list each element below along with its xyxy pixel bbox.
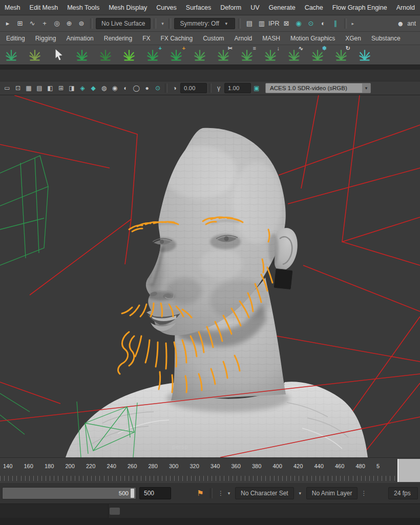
menu-item[interactable]: Mesh Tools (62, 4, 104, 11)
earring[interactable] (274, 268, 293, 289)
symmetry-field[interactable]: Symmetry: Off ▾ (174, 18, 235, 29)
current-time-marker[interactable] (397, 459, 420, 482)
xgen-groom-icon[interactable] (97, 47, 114, 63)
menu-item[interactable]: Mesh Display (104, 4, 152, 11)
xgen-freeze-icon[interactable]: ❄ (309, 47, 326, 63)
textured-mode-icon[interactable]: ◆ (88, 83, 98, 93)
animation-end-field[interactable]: 500 (139, 487, 171, 499)
hypershade-icon[interactable]: ◉ (293, 18, 304, 29)
shelf-tab[interactable]: XGen (340, 33, 366, 44)
lookdev-icon[interactable]: ◐ (318, 18, 329, 29)
snap-view-plane-icon[interactable]: ◎ (51, 18, 62, 29)
render-frame-icon[interactable]: ▥ (256, 18, 267, 29)
range-end-handle[interactable] (131, 489, 134, 498)
field-chart-icon[interactable]: ◨ (67, 83, 77, 93)
command-input[interactable] (0, 504, 109, 518)
shelf-tab[interactable]: Animation (61, 33, 98, 44)
shelf-tab[interactable]: Custom (198, 33, 229, 44)
motion-blur-icon[interactable]: ● (142, 83, 152, 93)
wireframe-on-shaded-icon[interactable]: ◍ (99, 83, 109, 93)
ambient-occlusion-icon[interactable]: ◯ (131, 83, 141, 93)
snap-grid-icon[interactable]: ⊞ (14, 18, 26, 29)
viewport-canvas[interactable] (0, 95, 420, 457)
menu-item[interactable]: Generate (264, 4, 300, 11)
render-setup-icon[interactable]: ⊙ (305, 18, 317, 29)
time-slider[interactable]: 1401601802002202402602803003203403603804… (0, 457, 420, 483)
menu-item[interactable]: Deform (216, 4, 246, 11)
make-live-icon[interactable]: ⊚ (76, 18, 87, 29)
xgen-sculpt-guides-icon[interactable]: + (168, 47, 184, 63)
xgen-density-icon[interactable]: ≡ (239, 47, 255, 63)
bookmark-flag-icon[interactable]: ⚑ (196, 489, 205, 498)
menu-item[interactable]: Edit Mesh (25, 4, 63, 11)
color-management-icon[interactable]: ▣ (251, 83, 262, 93)
render-view-icon[interactable]: ▤ (244, 18, 255, 29)
shelf-tab[interactable]: Rigging (30, 33, 61, 44)
ipr-render-icon[interactable]: IPR (268, 18, 280, 29)
shadows-icon[interactable]: ◐ (120, 83, 131, 93)
xgen-cut-icon[interactable]: ✂ (215, 47, 232, 63)
toolbox-collapse-icon[interactable]: ▸ (2, 18, 13, 29)
maya-window: MeshEdit MeshMesh ToolsMesh DisplayCurve… (0, 0, 420, 525)
character-set-dropdown[interactable]: No Character Set (235, 487, 294, 499)
gate-mask-icon[interactable]: ⊞ (56, 83, 66, 93)
colorspace-dropdown[interactable]: ACES 1.0 SDR-video (sRGB) ▾ (265, 83, 371, 93)
shelf-tab[interactable]: Rendering (99, 33, 137, 44)
xgen-preview-icon[interactable] (356, 47, 373, 63)
render-settings-icon[interactable]: ⊠ (281, 18, 292, 29)
menu-item[interactable]: UV (246, 4, 264, 11)
menu-item[interactable]: Curves (152, 4, 181, 11)
shelf-tab[interactable]: FX (137, 33, 155, 44)
character-set-dropdown-icon[interactable]: ▾ (226, 491, 232, 496)
menu-item[interactable]: Cache (300, 4, 328, 11)
use-all-lights-icon[interactable]: ◉ (110, 83, 120, 93)
xgen-comb-icon[interactable] (192, 47, 208, 63)
shelf-tab[interactable]: Editing (1, 33, 30, 44)
user-account-chip[interactable]: ☻ ant (395, 19, 418, 28)
tool-options-dropdown-icon[interactable]: ▾ (159, 21, 165, 26)
exposure-field[interactable]: 0.00 (180, 83, 207, 93)
shading-mode-icon[interactable]: ◈ (77, 83, 88, 93)
command-line[interactable] (0, 503, 420, 518)
xgen-add-guide-icon[interactable]: + (144, 47, 161, 63)
snap-curve-icon[interactable]: ∿ (27, 18, 38, 29)
perspective-viewport[interactable]: persp (0, 95, 420, 457)
snap-center-icon[interactable]: ⊕ (64, 18, 75, 29)
expand-icon[interactable]: ▸ (350, 21, 356, 26)
snap-point-icon[interactable]: + (39, 18, 50, 29)
grid-icon[interactable]: ▦ (24, 83, 34, 93)
xgen-open-editor-icon[interactable] (3, 47, 19, 63)
menu-item[interactable]: Flow Graph Engine (328, 4, 392, 11)
gamma-icon[interactable]: γ (214, 83, 224, 93)
xgen-orient-icon[interactable]: ↻ (333, 47, 349, 63)
shelf-tab[interactable]: Motion Graphics (285, 33, 340, 44)
menu-item[interactable]: Arnold (392, 4, 419, 11)
shelf-tab[interactable]: Substance (366, 33, 406, 44)
shelf-tab[interactable]: FX Caching (156, 33, 198, 44)
fps-dropdown[interactable]: 24 fps (388, 487, 418, 499)
xgen-convert-icon[interactable] (27, 47, 43, 63)
menu-item[interactable]: Surfaces (181, 4, 216, 11)
anim-layer-dropdown[interactable]: No Anim Layer (306, 487, 358, 499)
pause-viewport-icon[interactable]: ∥ (330, 18, 341, 29)
anim-layer-dropdown-icon[interactable]: ▾ (297, 491, 303, 496)
xgen-create-description-icon[interactable] (121, 47, 137, 63)
gamma-field[interactable]: 1.00 (224, 83, 251, 93)
xgen-length-icon[interactable]: ↓ (262, 47, 279, 63)
command-line-handle[interactable] (110, 508, 120, 515)
xgen-noise-icon[interactable]: ∿ (286, 47, 302, 63)
exposure-icon[interactable]: ◑ (170, 83, 180, 93)
resolution-gate-icon[interactable]: ◧ (45, 83, 55, 93)
xgen-guides-icon[interactable] (74, 47, 90, 63)
live-surface-field[interactable]: No Live Surface (96, 18, 151, 29)
selection-cursor-icon[interactable] (50, 47, 67, 63)
shelf-tab[interactable]: MASH (257, 33, 285, 44)
shelf-tab[interactable]: Arnold (229, 33, 258, 44)
pane-divider[interactable] (0, 65, 420, 70)
select-camera-icon[interactable]: ▭ (2, 83, 12, 93)
menu-item[interactable]: Mesh (0, 4, 25, 11)
playback-range-slider[interactable]: 500 (2, 487, 136, 499)
film-gate-icon[interactable]: ▤ (34, 83, 45, 93)
isolate-select-icon[interactable]: ⊙ (153, 83, 163, 93)
lock-camera-icon[interactable]: ⊡ (13, 83, 23, 93)
